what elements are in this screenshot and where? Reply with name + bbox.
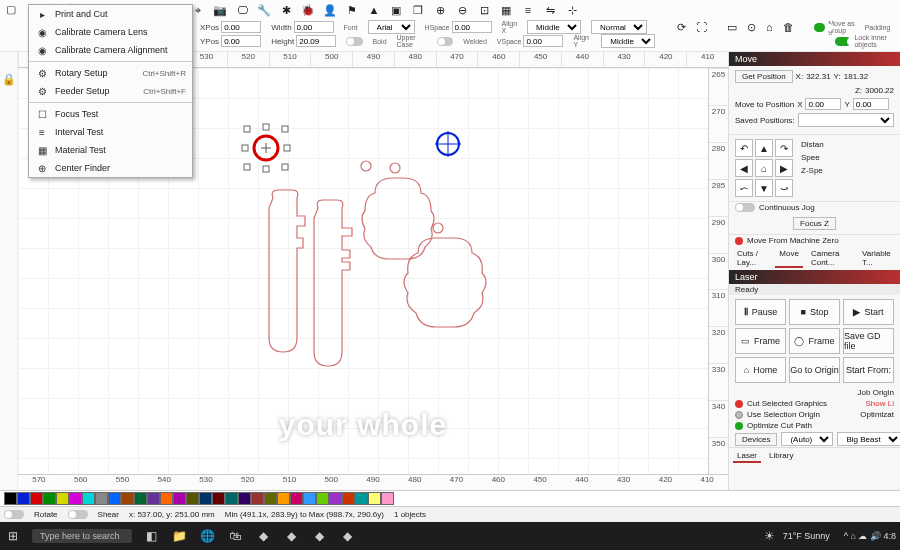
color-swatch[interactable]	[303, 492, 316, 505]
align-icon[interactable]: ≡	[520, 2, 536, 18]
bold-toggle[interactable]	[346, 37, 362, 46]
refresh-icon[interactable]: ⟳	[677, 20, 686, 34]
normal-select[interactable]: Normal	[591, 20, 647, 34]
mirror-icon[interactable]: ⇋	[542, 2, 558, 18]
color-swatch[interactable]	[199, 492, 212, 505]
color-swatch[interactable]	[134, 492, 147, 505]
app4-icon[interactable]: ◆	[338, 527, 356, 545]
jog-sw-button[interactable]: ⤺	[735, 179, 753, 197]
color-swatch[interactable]	[173, 492, 186, 505]
menu-item[interactable]: ◉Calibrate Camera Alignment	[29, 41, 192, 59]
startfrom-button[interactable]: Start From:	[843, 357, 894, 383]
zoomfit-icon[interactable]: ⊡	[476, 2, 492, 18]
cut-paths[interactable]	[269, 161, 486, 366]
color-swatch[interactable]	[251, 492, 264, 505]
shear-toggle[interactable]	[68, 510, 88, 519]
tab-library[interactable]: Library	[765, 450, 797, 463]
color-swatch[interactable]	[238, 492, 251, 505]
frame-icon[interactable]: ▭	[727, 20, 737, 34]
alignx-select[interactable]: Middle	[527, 20, 581, 34]
color-swatch[interactable]	[43, 492, 56, 505]
hspace-input[interactable]	[452, 21, 492, 33]
menu-item[interactable]: ▦Material Test	[29, 141, 192, 159]
moveto-x-input[interactable]	[805, 98, 841, 110]
color-swatch[interactable]	[212, 492, 225, 505]
color-swatch[interactable]	[368, 492, 381, 505]
gotoorigin-button[interactable]: Go to Origin	[789, 357, 840, 383]
color-swatch[interactable]	[186, 492, 199, 505]
weather-icon[interactable]: ☀	[761, 527, 779, 545]
savegd-button[interactable]: Save GD file	[843, 328, 894, 354]
menu-item[interactable]: ⊕Center Finder	[29, 159, 192, 177]
color-swatch[interactable]	[290, 492, 303, 505]
menu-item[interactable]: ☐Focus Test	[29, 105, 192, 123]
focusz-button[interactable]: Focus Z	[793, 217, 836, 230]
blue-target-shape[interactable]	[435, 131, 461, 157]
jog-left-button[interactable]: ◀	[735, 159, 753, 177]
color-swatch[interactable]	[56, 492, 69, 505]
oframe-button[interactable]: ◯Frame	[789, 328, 840, 354]
jog-right-button[interactable]: ▶	[775, 159, 793, 177]
color-swatch[interactable]	[17, 492, 30, 505]
start-icon[interactable]: ⊞	[4, 527, 22, 545]
tab-cuts[interactable]: Cuts / Lay...	[733, 248, 771, 268]
optimizat-link[interactable]: Optimizat	[860, 410, 894, 419]
xpos-input[interactable]	[221, 21, 261, 33]
moveasgroup-toggle[interactable]	[814, 23, 825, 32]
device-select[interactable]: Big Beast	[837, 432, 900, 446]
start-button[interactable]: ▶Start	[843, 299, 894, 325]
color-swatch[interactable]	[316, 492, 329, 505]
savedpos-select[interactable]	[798, 113, 894, 127]
delete-icon[interactable]: 🗑	[783, 20, 794, 34]
pause-button[interactable]: ⅡPause	[735, 299, 786, 325]
color-swatch[interactable]	[95, 492, 108, 505]
camera-small-icon[interactable]: ⛶	[696, 20, 707, 34]
crosshair-icon[interactable]: ⊹	[564, 2, 580, 18]
menu-item[interactable]: ⚙Feeder SetupCtrl+Shift+F	[29, 82, 192, 100]
app3-icon[interactable]: ◆	[310, 527, 328, 545]
contjog-toggle[interactable]	[735, 203, 755, 212]
jog-home-button[interactable]: ⌂	[755, 159, 773, 177]
color-swatch[interactable]	[381, 492, 394, 505]
devices-button[interactable]: Devices	[735, 433, 777, 446]
home-button[interactable]: ⌂Home	[735, 357, 786, 383]
color-swatch[interactable]	[225, 492, 238, 505]
wrench-icon[interactable]: 🔧	[256, 2, 272, 18]
taskbar-search[interactable]: Type here to search	[32, 529, 132, 543]
flag-icon[interactable]: ⚑	[344, 2, 360, 18]
zoomin-icon[interactable]: ⊕	[432, 2, 448, 18]
lock-left-icon[interactable]: 🔒	[2, 72, 16, 86]
welded-toggle[interactable]	[437, 37, 453, 46]
grid-icon[interactable]: ▦	[498, 2, 514, 18]
menu-item[interactable]: ≡Interval Test	[29, 123, 192, 141]
jog-up-button[interactable]: ▲	[755, 139, 773, 157]
tab-laser[interactable]: Laser	[733, 450, 761, 463]
tab-variable[interactable]: Variable T...	[858, 248, 896, 268]
width-input[interactable]	[294, 21, 334, 33]
jog-ne-button[interactable]: ↷	[775, 139, 793, 157]
jog-nw-button[interactable]: ↶	[735, 139, 753, 157]
gear-icon[interactable]: ✱	[278, 2, 294, 18]
height-input[interactable]	[296, 35, 336, 47]
color-swatch[interactable]	[355, 492, 368, 505]
explorer-icon[interactable]: 📁	[170, 527, 188, 545]
lockinner-toggle[interactable]	[835, 37, 851, 46]
tab-move[interactable]: Move	[775, 248, 803, 268]
warning-icon[interactable]: ▲	[366, 2, 382, 18]
tab-camera[interactable]: Camera Cont...	[807, 248, 854, 268]
person-icon[interactable]: 👤	[322, 2, 338, 18]
color-swatch[interactable]	[82, 492, 95, 505]
device-auto-select[interactable]: (Auto)	[781, 432, 833, 446]
color-swatch[interactable]	[277, 492, 290, 505]
showli-link[interactable]: Show Li	[866, 399, 894, 408]
weather-text[interactable]: 71°F Sunny	[783, 531, 830, 541]
font-select[interactable]: Arial	[368, 20, 415, 34]
aligny-select[interactable]: Middle	[601, 34, 655, 48]
stop-button[interactable]: ■Stop	[789, 299, 840, 325]
home-small-icon[interactable]: ⌂	[766, 20, 773, 34]
edge-icon[interactable]: 🌐	[198, 527, 216, 545]
color-swatch[interactable]	[342, 492, 355, 505]
menu-item[interactable]: ◉Calibrate Camera Lens	[29, 23, 192, 41]
color-swatch[interactable]	[4, 492, 17, 505]
jog-se-button[interactable]: ⤻	[775, 179, 793, 197]
